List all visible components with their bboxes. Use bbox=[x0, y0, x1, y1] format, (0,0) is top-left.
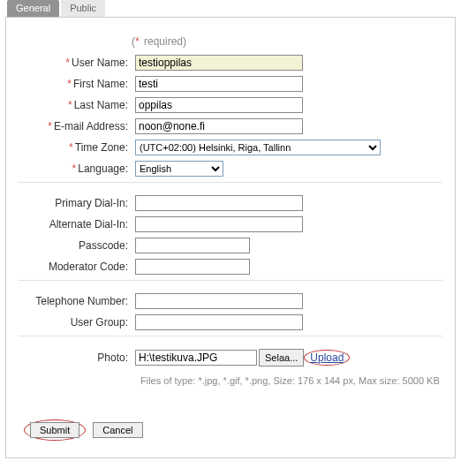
label-lastname: *Last Name: bbox=[19, 99, 135, 111]
label-moderator: Moderator Code: bbox=[19, 261, 135, 273]
username-input[interactable] bbox=[135, 55, 303, 71]
label-email: *E-mail Address: bbox=[19, 120, 135, 132]
photo-path-input[interactable] bbox=[135, 350, 257, 366]
label-primary-dial: Primary Dial-In: bbox=[19, 197, 135, 209]
highlight-submit: Submit bbox=[24, 419, 86, 441]
telephone-input[interactable] bbox=[135, 293, 303, 309]
firstname-input[interactable] bbox=[135, 76, 303, 92]
tab-general[interactable]: General bbox=[7, 0, 59, 17]
label-photo: Photo: bbox=[19, 351, 135, 364]
browse-button[interactable]: Selaa... bbox=[259, 349, 304, 366]
form-panel: (* required) *User Name: *First Name: *L… bbox=[5, 17, 456, 458]
upload-link[interactable]: Upload bbox=[310, 351, 344, 364]
section-divider-3 bbox=[19, 336, 442, 336]
moderator-code-input[interactable] bbox=[135, 259, 250, 275]
section-divider-1 bbox=[19, 182, 442, 183]
label-firstname: *First Name: bbox=[19, 78, 135, 90]
label-alternate-dial: Alternate Dial-In: bbox=[19, 218, 135, 230]
lastname-input[interactable] bbox=[135, 97, 303, 113]
usergroup-input[interactable] bbox=[135, 314, 303, 330]
section-divider-2 bbox=[19, 280, 442, 281]
label-username: *User Name: bbox=[19, 57, 135, 69]
email-input[interactable] bbox=[135, 118, 303, 134]
required-legend: (* required) bbox=[132, 35, 442, 48]
label-passcode: Passcode: bbox=[19, 239, 135, 252]
photo-hint: Files of type: *.jpg, *.gif, *.png, Size… bbox=[140, 375, 442, 386]
label-usergroup: User Group: bbox=[19, 316, 135, 329]
label-timezone: *Time Zone: bbox=[19, 141, 135, 154]
tabs-bar: General Public bbox=[7, 0, 461, 17]
passcode-input[interactable] bbox=[135, 238, 250, 253]
label-language: *Language: bbox=[19, 162, 135, 175]
timezone-select[interactable]: (UTC+02:00) Helsinki, Riga, Tallinn bbox=[135, 140, 381, 155]
primary-dial-input[interactable] bbox=[135, 195, 303, 211]
highlight-upload: Upload bbox=[304, 350, 350, 366]
submit-button[interactable]: Submit bbox=[30, 422, 79, 438]
label-telephone: Telephone Number: bbox=[19, 295, 135, 307]
cancel-button[interactable]: Cancel bbox=[93, 422, 142, 438]
tab-public[interactable]: Public bbox=[61, 0, 105, 17]
alternate-dial-input[interactable] bbox=[135, 216, 303, 232]
language-select[interactable]: English bbox=[135, 161, 223, 177]
